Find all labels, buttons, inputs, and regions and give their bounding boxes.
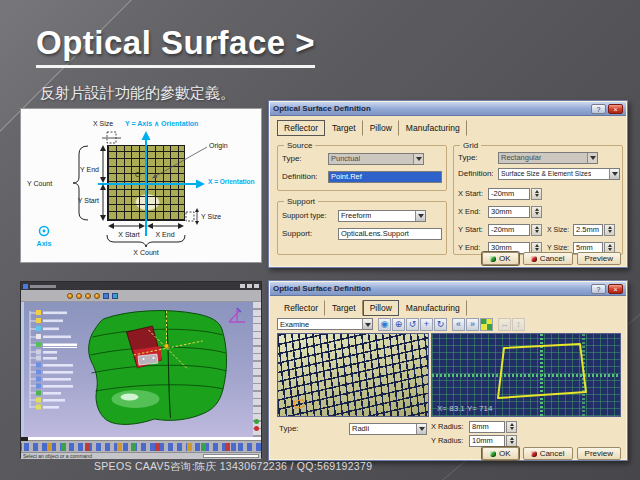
source-definition-field[interactable]: Point.Ref — [328, 171, 442, 183]
close-icon[interactable]: × — [608, 104, 623, 114]
minimize-icon[interactable] — [240, 284, 245, 288]
tool-icon[interactable] — [112, 293, 118, 299]
x-end-spinner[interactable] — [531, 206, 542, 218]
chevron-down-icon — [415, 211, 425, 221]
tab-target[interactable]: Target — [325, 300, 363, 316]
tab-pillow[interactable]: Pillow — [363, 120, 399, 136]
tab-reflector[interactable]: Reflector — [277, 120, 325, 136]
viewport-right-toolbar-dots — [254, 419, 260, 433]
y-radius-row: Y Radius: 10mm — [431, 434, 561, 447]
chevron-down-icon — [416, 424, 426, 434]
ok-button[interactable]: OK — [482, 252, 519, 265]
x-size-label: X Size: — [547, 226, 573, 233]
support-group: Support Support type: Freeform Support: … — [277, 201, 447, 255]
fly-mode-icon[interactable]: ◉ — [378, 318, 391, 331]
tool-icon[interactable] — [67, 293, 73, 299]
slide-subtitle: 反射片設計功能的參數定義。 — [40, 84, 235, 103]
zoom-icon[interactable]: ⊕ — [392, 318, 405, 331]
tab-pillow[interactable]: Pillow — [363, 300, 399, 316]
source-definition-label: Definition: — [282, 172, 328, 181]
chevron-down-icon — [587, 153, 597, 163]
orbit-icon[interactable]: ↻ — [434, 318, 447, 331]
y-radius-spinner[interactable] — [506, 435, 517, 447]
y-size-label: Y Size: — [547, 244, 573, 251]
help-icon[interactable]: ? — [591, 104, 606, 114]
support-type-combo[interactable]: Freeform — [338, 210, 426, 222]
previous-view-icon[interactable]: « — [452, 318, 465, 331]
disabled-view-icon: ↔ — [498, 318, 511, 331]
grid-legend: Grid — [460, 141, 481, 150]
x-end-field[interactable]: 30mm — [488, 206, 530, 218]
cancel-icon — [531, 451, 537, 457]
close-icon[interactable] — [254, 284, 259, 288]
grid-type-label: Type: — [458, 153, 498, 162]
label-x-size: X Size — [93, 120, 113, 127]
status-text: Select an object or a command — [23, 453, 203, 459]
preview-button[interactable]: Preview — [577, 252, 621, 265]
x-radius-spinner[interactable] — [506, 421, 517, 433]
x-size-field[interactable]: 2.5mm — [573, 224, 603, 236]
support-label: Support: — [282, 229, 338, 238]
tab-manufacturing[interactable]: Manufacturing — [399, 120, 467, 136]
tool-icon[interactable] — [103, 293, 109, 299]
tab-reflector[interactable]: Reflector — [277, 300, 325, 316]
support-type-label: Support type: — [282, 211, 338, 220]
close-icon[interactable]: × — [608, 284, 623, 294]
pillow-type-combo[interactable]: Radii — [349, 423, 427, 435]
support-field[interactable]: OpticalLens.Support — [338, 228, 442, 240]
app-icon — [23, 284, 28, 289]
x-start-spinner[interactable] — [531, 188, 542, 200]
tool-icon[interactable] — [85, 293, 91, 299]
maximize-icon[interactable] — [247, 284, 252, 288]
cancel-button[interactable]: Cancel — [523, 447, 573, 460]
profile-grid-panel[interactable]: X= 83.1 Y= 714 — [431, 333, 621, 417]
label-y-start: Y Start — [69, 197, 99, 204]
chevron-down-icon — [609, 169, 619, 179]
tab-manufacturing[interactable]: Manufacturing — [399, 300, 467, 316]
grid-definition-combo[interactable]: Surface Size & Element Sizes — [498, 168, 620, 180]
dialog-titlebar[interactable]: Optical Surface Definition ? × — [270, 102, 626, 116]
dialog-titlebar[interactable]: Optical Surface Definition ? × — [270, 282, 626, 296]
catia-toolbar[interactable] — [21, 290, 261, 302]
catia-titlebar[interactable] — [21, 282, 261, 290]
origin-marker: O — [135, 171, 140, 178]
fit-all-icon[interactable] — [480, 318, 493, 331]
rotate-view-icon[interactable]: ↺ — [406, 318, 419, 331]
viewport-right-toolbar[interactable] — [253, 302, 261, 437]
dialog-buttons: OK Cancel Preview — [482, 447, 621, 460]
ok-button[interactable]: OK — [482, 447, 519, 460]
y-radius-label: Y Radius: — [431, 436, 469, 445]
tool-icon[interactable] — [94, 293, 100, 299]
ok-icon — [490, 451, 496, 457]
source-type-combo[interactable]: Punctual — [328, 153, 424, 165]
mesh-preview-panel[interactable] — [277, 333, 429, 417]
dialog-tabs: Reflector Target Pillow Manufacturing — [277, 300, 467, 316]
label-axis: Axis — [29, 240, 59, 247]
dialog-tabs: Reflector Target Pillow Manufacturing — [277, 120, 467, 136]
optical-surface-definition-dialog-reflector: Optical Surface Definition ? × Reflector… — [268, 100, 628, 268]
y-start-field[interactable]: -20mm — [488, 224, 530, 236]
help-icon[interactable]: ? — [591, 284, 606, 294]
catia-bottom-toolbar[interactable] — [21, 441, 261, 453]
source-legend: Source — [284, 141, 315, 150]
compass-icon[interactable] — [227, 305, 247, 327]
label-y-axis-orientation: Y = Axis ∧ Orientation — [125, 120, 198, 127]
x-radius-field[interactable]: 8mm — [469, 421, 505, 433]
y-start-label: Y Start: — [458, 225, 488, 234]
y-radius-field[interactable]: 10mm — [469, 435, 505, 447]
tool-icon[interactable] — [76, 293, 82, 299]
catia-3d-viewport[interactable] — [21, 302, 261, 437]
view-mode-combo[interactable]: Examine — [277, 318, 373, 330]
preview-button[interactable]: Preview — [577, 447, 621, 460]
next-view-icon[interactable]: » — [466, 318, 479, 331]
chevron-down-icon — [362, 319, 372, 329]
command-input[interactable] — [203, 454, 259, 458]
grid-type-combo[interactable]: Rectangular — [498, 152, 598, 164]
pan-icon[interactable]: + — [420, 318, 433, 331]
x-size-spinner[interactable] — [604, 224, 615, 236]
x-start-field[interactable]: -20mm — [488, 188, 530, 200]
y-start-spinner[interactable] — [531, 224, 542, 236]
tab-target[interactable]: Target — [325, 120, 363, 136]
view-toolbar: Examine ◉ ⊕ ↺ + ↻ « » ↔ ↕ — [277, 317, 619, 331]
cancel-button[interactable]: Cancel — [523, 252, 573, 265]
